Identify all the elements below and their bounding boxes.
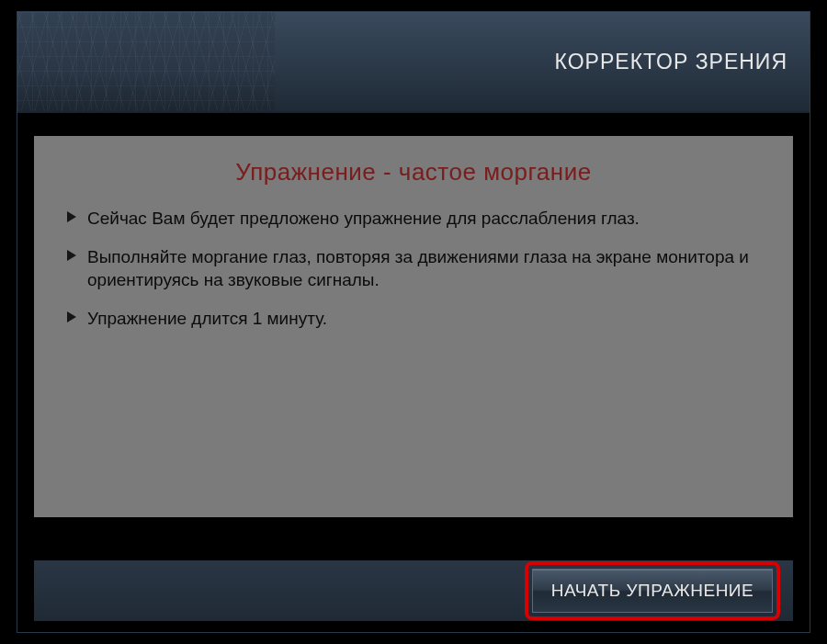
app-header: КОРРЕКТОР ЗРЕНИЯ <box>17 12 810 113</box>
instruction-text: Сейчас Вам будет предложено упражнение д… <box>87 207 640 231</box>
footer-bar: НАЧАТЬ УПРАЖНЕНИЕ <box>34 560 793 621</box>
svg-marker-1 <box>67 250 76 261</box>
list-item: Выполняйте моргание глаз, повторяя за дв… <box>67 245 760 292</box>
triangle-bullet-icon <box>67 311 76 322</box>
header-decorative-pattern <box>17 12 275 111</box>
instruction-list: Сейчас Вам будет предложено упражнение д… <box>67 207 760 331</box>
list-item: Сейчас Вам будет предложено упражнение д… <box>67 207 760 231</box>
app-frame: КОРРЕКТОР ЗРЕНИЯ Упражнение - частое мор… <box>17 11 810 633</box>
triangle-bullet-icon <box>67 250 76 261</box>
triangle-bullet-icon <box>67 211 76 222</box>
start-exercise-button[interactable]: НАЧАТЬ УПРАЖНЕНИЕ <box>532 569 773 613</box>
svg-marker-2 <box>67 311 76 322</box>
instruction-text: Упражнение длится 1 минуту. <box>87 307 327 331</box>
start-button-highlight: НАЧАТЬ УПРАЖНЕНИЕ <box>525 561 780 620</box>
svg-marker-0 <box>67 211 76 222</box>
list-item: Упражнение длится 1 минуту. <box>67 307 760 331</box>
instruction-text: Выполняйте моргание глаз, повторяя за дв… <box>87 245 760 292</box>
content-panel: Упражнение - частое моргание Сейчас Вам … <box>34 136 793 517</box>
exercise-title: Упражнение - частое моргание <box>67 158 760 186</box>
app-title: КОРРЕКТОР ЗРЕНИЯ <box>555 50 787 74</box>
